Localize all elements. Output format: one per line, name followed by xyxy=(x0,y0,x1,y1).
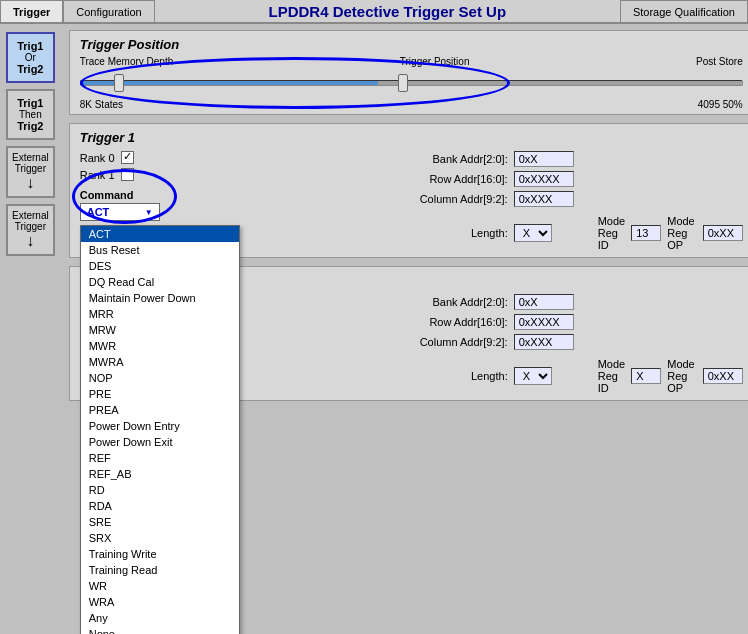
trigger1-length-select[interactable]: X xyxy=(514,224,552,242)
trigger1-bank-addr-label: Bank Addr[2:0]: xyxy=(398,153,508,165)
dropdown-item[interactable]: MRR xyxy=(81,306,239,322)
dropdown-item[interactable]: WRA xyxy=(81,594,239,610)
dropdown-item[interactable]: SRE xyxy=(81,514,239,530)
trigger1-command-dropdown[interactable]: ACT ▼ ACTBus ResetDESDQ Read CalMaintain… xyxy=(80,203,260,221)
trigger-position-label: Trigger Position xyxy=(80,37,743,52)
post-store-label: Post Store xyxy=(696,56,743,67)
dropdown-item[interactable]: None xyxy=(81,626,239,634)
trigger1-bank-addr-input[interactable] xyxy=(514,151,574,167)
trigger2-length-label: Length: xyxy=(398,370,508,382)
trigger2-mode-reg-id-label: Mode Reg ID xyxy=(598,358,626,394)
dropdown-item[interactable]: Bus Reset xyxy=(81,242,239,258)
slider-track-area xyxy=(80,69,743,97)
trigger2-col-addr-label: Column Addr[9:2]: xyxy=(398,336,508,348)
dropdown-item[interactable]: MWR xyxy=(81,338,239,354)
trigger1-title: Trigger 1 xyxy=(80,130,743,145)
trigger2-length-select[interactable]: X xyxy=(514,367,552,385)
trig1-or-trig2-button[interactable]: Trig1 Or Trig2 xyxy=(6,32,55,83)
slider-value-right: 4095 50% xyxy=(698,99,743,110)
slider-track[interactable] xyxy=(80,80,743,86)
trigger-position-section: Trigger Position Trace Memory Depth Trig… xyxy=(69,30,748,115)
trigger1-row-addr-label: Row Addr[16:0]: xyxy=(398,173,508,185)
trigger2-row-addr-input[interactable] xyxy=(514,314,574,330)
slider-value-left: 8K States xyxy=(80,99,123,110)
dropdown-item[interactable]: MWRA xyxy=(81,354,239,370)
slider-thumb-left[interactable] xyxy=(114,74,124,92)
dropdown-item[interactable]: DES xyxy=(81,258,239,274)
trigger2-mode-reg-op-input[interactable] xyxy=(703,368,743,384)
dropdown-item[interactable]: REF_AB xyxy=(81,466,239,482)
slider-thumb-right[interactable] xyxy=(398,74,408,92)
right-panel: Trigger Position Trace Memory Depth Trig… xyxy=(61,24,748,634)
trigger1-mode-reg-op-input[interactable] xyxy=(703,225,743,241)
dropdown-item[interactable]: PRE xyxy=(81,386,239,402)
dropdown-item[interactable]: NOP xyxy=(81,370,239,386)
dropdown-item[interactable]: Any xyxy=(81,610,239,626)
tab-trigger[interactable]: Trigger xyxy=(0,0,63,22)
trigger1-row-addr-input[interactable] xyxy=(514,171,574,187)
trigger2-bank-addr-input[interactable] xyxy=(514,294,574,310)
dropdown-item[interactable]: Maintain Power Down xyxy=(81,290,239,306)
trigger1-mode-reg-id-label: Mode Reg ID xyxy=(598,215,626,251)
trigger1-command-label: Command xyxy=(80,189,260,201)
trigger1-length-label: Length: xyxy=(398,227,508,239)
tab-configuration[interactable]: Configuration xyxy=(63,0,154,22)
dropdown-item[interactable]: Power Down Entry xyxy=(81,418,239,434)
trigger2-bank-addr-label: Bank Addr[2:0]: xyxy=(398,296,508,308)
trace-memory-depth-label: Trace Memory Depth xyxy=(80,56,174,67)
command-dropdown-menu: ACTBus ResetDESDQ Read CalMaintain Power… xyxy=(80,225,240,634)
trigger1-col-addr-label: Column Addr[9:2]: xyxy=(398,193,508,205)
dropdown-item[interactable]: RD xyxy=(81,482,239,498)
trigger1-command-select[interactable]: ACT ▼ xyxy=(80,203,160,221)
page-title: LPDDR4 Detective Trigger Set Up xyxy=(155,0,620,22)
trigger2-col-addr-input[interactable] xyxy=(514,334,574,350)
dropdown-item[interactable]: RDA xyxy=(81,498,239,514)
trigger-position-center-label: Trigger Position xyxy=(400,56,470,67)
trig1-then-trig2-button[interactable]: Trig1 Then Trig2 xyxy=(6,89,55,140)
dropdown-item[interactable]: SRX xyxy=(81,530,239,546)
trigger2-mode-reg-id-input[interactable] xyxy=(631,368,661,384)
trigger1-rank0-checkbox[interactable] xyxy=(121,151,134,164)
trigger1-section: Trigger 1 Rank 0 Rank 1 Command xyxy=(69,123,748,258)
dropdown-item[interactable]: ACT xyxy=(81,226,239,242)
dropdown-item[interactable]: Power Down Exit xyxy=(81,434,239,450)
dropdown-item[interactable]: REF xyxy=(81,450,239,466)
trigger1-rank0-label: Rank 0 xyxy=(80,152,115,164)
trigger1-rank1-checkbox[interactable] xyxy=(121,168,134,181)
trigger1-rank1-label: Rank 1 xyxy=(80,169,115,181)
trigger1-col-addr-input[interactable] xyxy=(514,191,574,207)
left-panel: Trig1 Or Trig2 Trig1 Then Trig2 External… xyxy=(0,24,61,634)
trigger2-mode-reg-op-label: Mode Reg OP xyxy=(667,358,697,394)
dropdown-item[interactable]: DQ Read Cal xyxy=(81,274,239,290)
dropdown-arrow-icon: ▼ xyxy=(145,208,153,217)
tab-storage[interactable]: Storage Qualification xyxy=(620,0,748,22)
dropdown-item[interactable]: MRW xyxy=(81,322,239,338)
trigger1-mode-reg-op-label: Mode Reg OP xyxy=(667,215,697,251)
trigger1-mode-reg-id-input[interactable] xyxy=(631,225,661,241)
dropdown-item[interactable]: Training Read xyxy=(81,562,239,578)
dropdown-item[interactable]: PREA xyxy=(81,402,239,418)
dropdown-item[interactable]: Training Write xyxy=(81,546,239,562)
trigger2-row-addr-label: Row Addr[16:0]: xyxy=(398,316,508,328)
external-trigger-1-button[interactable]: External Trigger ↓ xyxy=(6,146,55,198)
dropdown-item[interactable]: WR xyxy=(81,578,239,594)
external-trigger-2-button[interactable]: External Trigger ↓ xyxy=(6,204,55,256)
trigger1-command-value: ACT xyxy=(87,206,110,218)
